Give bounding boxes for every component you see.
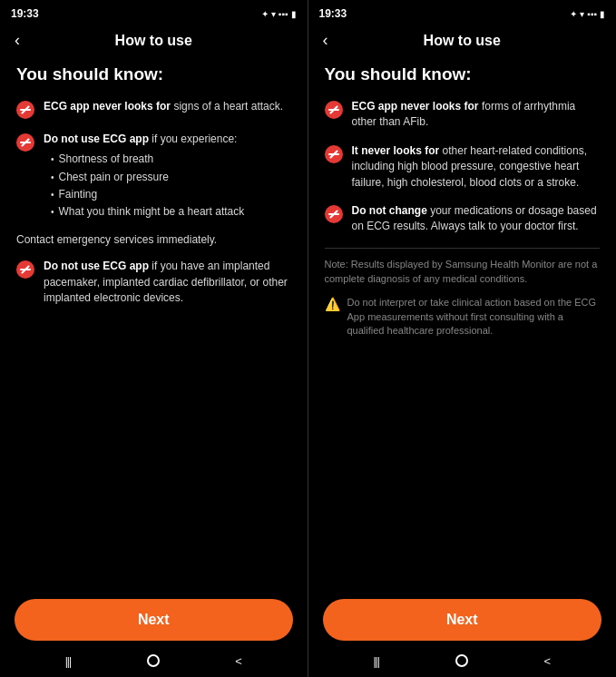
item-text: It never looks for other heart-related c… bbox=[352, 143, 601, 191]
item-text: ECG app never looks for signs of a heart… bbox=[44, 99, 291, 114]
section-title-2: You should know: bbox=[325, 64, 601, 84]
status-bar-2: 19:33 ✦ ▾ ▪▪▪ ▮ bbox=[308, 0, 617, 25]
item-bold: It never looks for bbox=[352, 144, 440, 157]
item-bold: Do not use ECG app bbox=[44, 260, 149, 272]
nav-bars-icon[interactable] bbox=[65, 653, 71, 668]
status-time-1: 19:33 bbox=[11, 7, 39, 20]
list-item: It never looks for other heart-related c… bbox=[325, 143, 601, 191]
footer-2: Next bbox=[308, 590, 617, 648]
header-2: ‹ How to use bbox=[308, 25, 617, 57]
divider bbox=[325, 248, 601, 249]
section-title-1: You should know: bbox=[16, 64, 291, 84]
nav-back-icon-2[interactable] bbox=[543, 653, 551, 668]
battery-icon: ▮ bbox=[291, 9, 297, 19]
header-title-1: How to use bbox=[115, 33, 192, 49]
no-sign-icon bbox=[325, 145, 343, 163]
item-bold: ECG app never looks for bbox=[44, 100, 171, 113]
bullet-item: Chest pain or pressure bbox=[51, 169, 291, 186]
no-sign-icon bbox=[16, 101, 34, 119]
item-text: Do not use ECG app if you experience: Sh… bbox=[44, 132, 291, 221]
bullet-item: What you think might be a heart attack bbox=[51, 203, 291, 221]
warning-icon: ⚠️ bbox=[325, 297, 340, 311]
content-2: You should know: ECG app never looks for… bbox=[308, 57, 617, 590]
status-icons-2: ✦ ▾ ▪▪▪ ▮ bbox=[570, 9, 605, 19]
item-text: ECG app never looks for forms of arrhyth… bbox=[352, 99, 601, 131]
list-item: Do not change your medications or dosage… bbox=[325, 203, 601, 235]
no-sign-icon bbox=[325, 205, 343, 223]
bluetooth-icon-2: ✦ bbox=[570, 9, 577, 19]
item-bold: Do not change bbox=[352, 204, 427, 217]
nav-home-icon-2[interactable] bbox=[455, 654, 468, 667]
header-title-2: How to use bbox=[424, 33, 501, 49]
no-sign-icon bbox=[325, 101, 343, 119]
item-text: Do not use ECG app if you have an implan… bbox=[44, 259, 291, 306]
nav-bar-2 bbox=[308, 648, 617, 677]
wifi-icon-2: ▾ bbox=[580, 9, 584, 19]
list-item: ECG app never looks for forms of arrhyth… bbox=[325, 99, 601, 131]
no-sign-icon bbox=[16, 133, 34, 152]
item-bold: ECG app never looks for bbox=[352, 100, 479, 113]
list-item: Do not use ECG app if you experience: Sh… bbox=[16, 132, 291, 221]
item-text: Do not change your medications or dosage… bbox=[352, 203, 601, 235]
next-button-1[interactable]: Next bbox=[15, 599, 293, 641]
nav-bar-1 bbox=[0, 648, 308, 677]
emergency-text: Contact emergency services immediately. bbox=[16, 233, 291, 246]
phone-screen-2: 19:33 ✦ ▾ ▪▪▪ ▮ ‹ How to use You should … bbox=[308, 0, 617, 677]
wifi-icon: ▾ bbox=[271, 9, 276, 19]
bullet-list: Shortness of breath Chest pain or pressu… bbox=[51, 151, 291, 221]
back-button-1[interactable]: ‹ bbox=[15, 31, 20, 50]
list-item: ECG app never looks for signs of a heart… bbox=[16, 99, 291, 119]
header-1: ‹ How to use bbox=[0, 25, 308, 57]
signal-icon: ▪▪▪ bbox=[279, 9, 288, 19]
status-time-2: 19:33 bbox=[319, 7, 347, 20]
status-icons-1: ✦ ▾ ▪▪▪ ▮ bbox=[261, 9, 297, 19]
footer-1: Next bbox=[0, 590, 308, 648]
bluetooth-icon: ✦ bbox=[261, 9, 269, 19]
bullet-item: Shortness of breath bbox=[51, 151, 291, 168]
content-1: You should know: ECG app never looks for… bbox=[0, 57, 308, 590]
nav-home-icon[interactable] bbox=[147, 654, 160, 667]
battery-icon-2: ▮ bbox=[600, 9, 605, 19]
nav-back-icon[interactable] bbox=[235, 653, 242, 668]
next-button-2[interactable]: Next bbox=[323, 599, 602, 641]
no-sign-icon bbox=[16, 260, 34, 279]
back-button-2[interactable]: ‹ bbox=[323, 31, 328, 50]
warning-box: ⚠️ Do not interpret or take clinical act… bbox=[325, 296, 601, 339]
status-bar-1: 19:33 ✦ ▾ ▪▪▪ ▮ bbox=[0, 0, 308, 25]
list-item: Do not use ECG app if you have an implan… bbox=[16, 259, 291, 306]
nav-bars-icon-2[interactable] bbox=[373, 653, 378, 668]
phone-screen-1: 19:33 ✦ ▾ ▪▪▪ ▮ ‹ How to use You should … bbox=[0, 0, 308, 677]
warning-text: Do not interpret or take clinical action… bbox=[347, 296, 601, 339]
item-bold: Do not use ECG app bbox=[44, 132, 149, 145]
note-text: Note: Results displayed by Samsung Healt… bbox=[325, 258, 601, 287]
bullet-item: Fainting bbox=[51, 186, 291, 203]
signal-icon-2: ▪▪▪ bbox=[587, 9, 597, 19]
